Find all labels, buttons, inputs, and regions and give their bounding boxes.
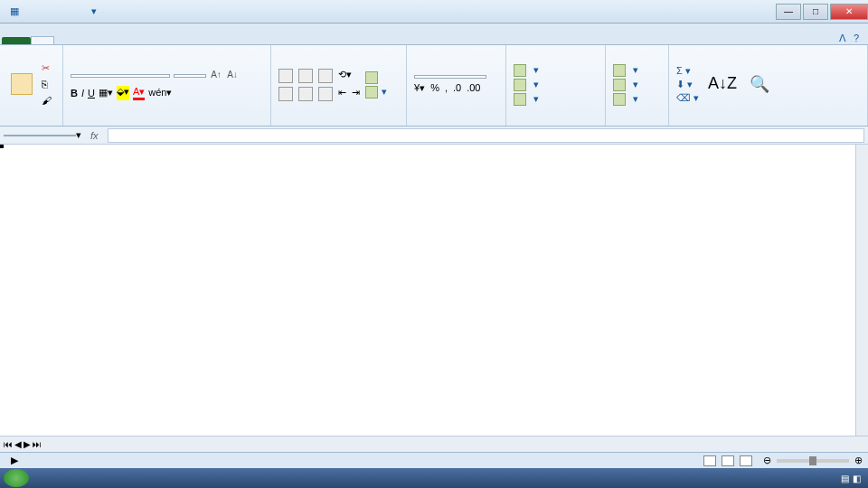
number-group: ¥▾%,.0.00 [407, 45, 506, 126]
worksheet-area[interactable] [0, 145, 868, 463]
cell-cursor [0, 145, 4, 148]
clipboard-label [7, 120, 55, 122]
normal-view-icon[interactable] [703, 455, 716, 466]
qat-dropdown-icon[interactable]: ▾ [87, 5, 101, 19]
copy-icon[interactable]: ⎘ [42, 79, 54, 91]
clear-button[interactable]: ⌫ ▾ [676, 92, 699, 104]
styles-label [514, 120, 598, 122]
name-box[interactable] [4, 135, 76, 136]
cell-styles-button[interactable]: ▾ [514, 93, 539, 106]
align-left-icon[interactable] [278, 87, 293, 101]
save-icon[interactable] [27, 5, 42, 19]
excel-icon: ▦ [7, 5, 22, 19]
paste-icon [11, 73, 33, 95]
number-format-combo[interactable] [414, 75, 486, 79]
editing-group: Σ ▾ ⬇ ▾ ⌫ ▾ A↓Z 🔍 [669, 45, 868, 126]
align-top-icon[interactable] [278, 69, 293, 83]
italic-button[interactable]: I [81, 88, 84, 99]
align-middle-icon[interactable] [298, 69, 313, 83]
dec-decimal-icon[interactable]: .00 [467, 82, 480, 94]
autosum-button[interactable]: Σ ▾ [676, 65, 699, 77]
title-bar: ▦ ▾ — □ ✕ [0, 0, 868, 23]
minimize-button[interactable]: — [776, 4, 801, 20]
align-center-icon[interactable] [298, 87, 313, 101]
alignment-group: ⟲▾ ⇤⇥ ▾ [271, 45, 407, 126]
cells-group: ▾ ▾ ▾ [606, 45, 669, 126]
format-cells-button[interactable]: ▾ [613, 93, 638, 106]
home-tab[interactable] [31, 36, 54, 44]
indent-inc-icon[interactable]: ⇥ [352, 87, 360, 101]
status-bar: ▶ ⊖ ⊕ [0, 452, 868, 468]
macro-record-icon[interactable]: ▶ [11, 455, 18, 466]
comma-icon[interactable]: , [445, 82, 448, 94]
maximize-button[interactable]: □ [803, 4, 828, 20]
bold-button[interactable]: B [71, 88, 78, 99]
formula-tab[interactable] [98, 37, 119, 44]
merge-button[interactable]: ▾ [365, 86, 387, 99]
accounting-icon[interactable]: ¥▾ [414, 82, 425, 94]
review-tab[interactable] [141, 37, 163, 44]
close-button[interactable]: ✕ [830, 4, 868, 20]
shrink-font-icon[interactable]: A↓ [226, 70, 239, 82]
fill-color-button[interactable]: ⬙▾ [117, 86, 129, 100]
developer-tab[interactable] [184, 37, 206, 44]
cut-icon[interactable]: ✂ [42, 62, 54, 75]
font-color-button[interactable]: A▾ [133, 86, 145, 100]
window-controls: — □ ✕ [774, 4, 868, 20]
cells-label [613, 120, 661, 122]
zoom-slider[interactable] [777, 459, 849, 463]
font-size-combo[interactable] [174, 74, 206, 78]
font-group-label [71, 120, 263, 122]
page-layout-view-icon[interactable] [722, 455, 734, 466]
orientation-icon[interactable]: ⟲▾ [338, 69, 352, 83]
ribbon: ✂ ⎘ 🖌 A↑ A↓ B I U ▦▾ ⬙▾ [0, 45, 868, 127]
editing-label [676, 120, 860, 122]
file-tab[interactable] [2, 37, 31, 44]
sheet-tabs-bar: ⏮◀▶⏭ [0, 436, 868, 452]
sheet-nav[interactable]: ⏮◀▶⏭ [0, 439, 45, 449]
indent-dec-icon[interactable]: ⇤ [338, 87, 346, 101]
zoom-in-button[interactable]: ⊕ [854, 455, 863, 466]
conditional-format-button[interactable]: ▾ [514, 64, 539, 77]
clipboard-group: ✂ ⎘ 🖌 [0, 45, 63, 126]
sort-filter-button[interactable]: A↓Z [704, 72, 741, 97]
zoom-out-button[interactable]: ⊖ [763, 455, 771, 466]
redo-icon[interactable] [67, 5, 81, 19]
format-table-button[interactable]: ▾ [514, 79, 539, 91]
layout-tab[interactable] [76, 37, 98, 44]
system-tray[interactable]: ▤ ◧ [841, 474, 864, 483]
inc-decimal-icon[interactable]: .0 [453, 82, 461, 94]
font-name-combo[interactable] [71, 74, 170, 78]
align-bottom-icon[interactable] [318, 69, 333, 83]
help-icon[interactable]: ? [854, 33, 859, 44]
percent-icon[interactable]: % [430, 82, 439, 94]
fill-button[interactable]: ⬇ ▾ [676, 79, 699, 90]
minimize-ribbon-icon[interactable]: ᐱ [839, 33, 846, 44]
paste-button[interactable] [7, 71, 36, 99]
formula-bar: ▾ fx [0, 127, 868, 145]
delete-cells-button[interactable]: ▾ [613, 79, 638, 91]
border-button[interactable]: ▦▾ [99, 87, 113, 99]
start-button[interactable] [4, 469, 29, 487]
fx-icon[interactable]: fx [81, 130, 108, 141]
font-group: A↑ A↓ B I U ▦▾ ⬙▾ A▾ wén▾ [63, 45, 271, 126]
page-break-view-icon[interactable] [740, 455, 752, 466]
phonetic-button[interactable]: wén▾ [148, 87, 172, 99]
format-painter-icon[interactable]: 🖌 [42, 95, 54, 108]
grow-font-icon[interactable]: A↑ [210, 70, 222, 82]
tray-icon[interactable]: ◧ [853, 474, 861, 483]
ribbon-tabs: ᐱ ? [0, 23, 868, 45]
wrap-text-button[interactable] [365, 71, 387, 84]
align-right-icon[interactable] [318, 87, 333, 101]
insert-tab[interactable] [54, 37, 76, 44]
styles-group: ▾ ▾ ▾ [506, 45, 606, 126]
undo-icon[interactable] [47, 5, 61, 19]
data-tab[interactable] [119, 37, 141, 44]
view-tab[interactable] [163, 37, 184, 44]
tray-icon[interactable]: ▤ [841, 474, 849, 483]
formula-input[interactable] [108, 128, 864, 143]
insert-cells-button[interactable]: ▾ [613, 64, 638, 77]
vertical-scrollbar[interactable] [855, 145, 868, 463]
find-select-button[interactable]: 🔍 [746, 72, 773, 98]
underline-button[interactable]: U [88, 88, 95, 99]
